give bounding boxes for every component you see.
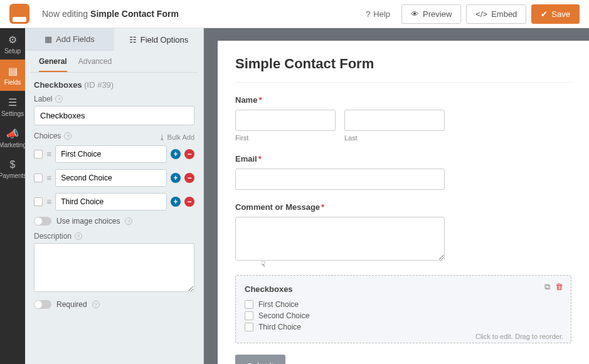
email-label: Email — [235, 154, 257, 164]
embed-label: Embed — [491, 9, 517, 19]
rail-fields-label: Fields — [4, 79, 21, 86]
section-title: Checkboxes — [34, 80, 82, 90]
drag-handle-icon[interactable]: ≡ — [46, 149, 51, 159]
image-choices-label: Use image choices — [56, 217, 120, 226]
choice-checkbox[interactable] — [34, 150, 43, 159]
tab-add-fields[interactable]: ▦Add Fields — [25, 28, 114, 51]
rail-settings[interactable]: ☰Settings — [0, 91, 25, 122]
choice-row: ≡ + − — [34, 193, 194, 211]
rail-settings-label: Settings — [1, 110, 24, 117]
add-choice-button[interactable]: + — [171, 197, 181, 207]
checkboxes-label: Checkboxes — [245, 284, 562, 294]
save-button[interactable]: ✔ Save — [531, 4, 580, 24]
preview-button[interactable]: 👁 Preview — [401, 4, 461, 24]
rail-setup-label: Setup — [4, 48, 21, 55]
plus-grid-icon: ▦ — [45, 34, 52, 44]
choice-input[interactable] — [55, 145, 167, 163]
checkbox-icon — [245, 311, 253, 320]
add-choice-button[interactable]: + — [171, 149, 181, 159]
subtab-general[interactable]: General — [39, 57, 67, 72]
form-title: Simple Contact Form — [235, 56, 571, 83]
remove-choice-button[interactable]: − — [184, 173, 194, 183]
add-choice-button[interactable]: + — [171, 173, 181, 183]
editing-label: Now editing Simple Contact Form — [42, 9, 179, 19]
choice-checkbox[interactable] — [34, 197, 43, 206]
label-input[interactable] — [34, 106, 194, 125]
required-toggle[interactable] — [34, 300, 51, 309]
form-preview: Simple Contact Form Name* First Last Ema… — [218, 41, 589, 364]
required-asterisk: * — [258, 95, 262, 105]
trash-icon[interactable]: 🗑 — [555, 282, 563, 292]
eye-icon: 👁 — [411, 9, 419, 19]
sliders-icon: ☰ — [8, 96, 17, 108]
field-email[interactable]: Email* — [235, 154, 571, 190]
help-icon[interactable]: ? — [75, 232, 82, 240]
remove-choice-button[interactable]: − — [184, 197, 194, 207]
rail-payments[interactable]: $Payments — [0, 153, 25, 185]
field-checkboxes-selected[interactable]: ⧉ 🗑 Checkboxes First Choice Second Choic… — [235, 275, 571, 343]
preview-choice: Third Choice — [245, 323, 562, 331]
email-input[interactable] — [235, 169, 445, 190]
tab-field-options-label: Field Options — [141, 35, 189, 44]
help-icon[interactable]: ? — [92, 301, 100, 308]
rail-fields[interactable]: ▤Fields — [0, 60, 25, 91]
first-sublabel: First — [235, 134, 336, 142]
description-label: Description? — [34, 232, 194, 241]
sidebar: ▦Add Fields ☷Field Options General Advan… — [25, 28, 204, 364]
comment-textarea[interactable] — [235, 217, 445, 261]
choice-checkbox[interactable] — [34, 174, 43, 182]
field-comment[interactable]: Comment or Message* — [235, 202, 571, 263]
choice-row: ≡ + − — [34, 145, 194, 163]
embed-button[interactable]: </> Embed — [466, 4, 526, 24]
help-button[interactable]: ? Help — [359, 6, 396, 23]
help-label: Help — [373, 9, 390, 19]
comment-label: Comment or Message — [235, 202, 320, 212]
app-logo — [9, 4, 29, 24]
help-icon[interactable]: ? — [125, 217, 132, 225]
code-icon: </> — [475, 9, 487, 19]
preview-label: Preview — [423, 9, 452, 19]
field-name[interactable]: Name* First Last — [235, 95, 571, 142]
help-icon[interactable]: ? — [64, 132, 72, 140]
description-textarea[interactable] — [34, 243, 194, 292]
last-name-input[interactable] — [344, 110, 445, 131]
save-label: Save — [551, 9, 570, 19]
section-id: (ID #39) — [84, 80, 114, 90]
choice-row: ≡ + − — [34, 169, 194, 187]
preview-choice: Second Choice — [245, 311, 562, 320]
rail-marketing-label: Marketing — [0, 142, 26, 148]
bullhorn-icon: 📣 — [6, 128, 19, 140]
choice-input[interactable] — [55, 193, 167, 211]
gear-icon: ⚙ — [8, 34, 17, 46]
submit-button[interactable]: Submit — [235, 355, 285, 364]
choices-label: Choices? — [34, 132, 72, 140]
first-name-input[interactable] — [235, 110, 336, 131]
rail-setup[interactable]: ⚙Setup — [0, 28, 25, 60]
check-icon: ✔ — [541, 9, 548, 19]
help-icon: ? — [366, 9, 370, 19]
duplicate-icon[interactable]: ⧉ — [544, 282, 550, 292]
required-asterisk: * — [321, 202, 324, 212]
editing-prefix: Now editing — [42, 9, 88, 19]
required-asterisk: * — [258, 154, 262, 164]
label-label: Label? — [34, 95, 194, 103]
remove-choice-button[interactable]: − — [184, 149, 194, 159]
section-heading: Checkboxes (ID #39) — [34, 80, 194, 90]
choice-input[interactable] — [55, 169, 167, 187]
image-choices-toggle[interactable] — [34, 217, 51, 226]
tab-add-fields-label: Add Fields — [56, 34, 94, 44]
cursor-icon: ☟ — [261, 260, 265, 269]
help-icon[interactable]: ? — [55, 95, 63, 103]
left-rail: ⚙Setup ▤Fields ☰Settings 📣Marketing $Pay… — [0, 28, 25, 364]
bulk-add-link[interactable]: ⭳ Bulk Add — [159, 133, 194, 141]
name-label: Name — [235, 95, 257, 105]
required-label: Required — [56, 300, 87, 309]
subtab-advanced[interactable]: Advanced — [78, 57, 112, 72]
rail-marketing[interactable]: 📣Marketing — [0, 122, 25, 153]
checkbox-icon — [245, 300, 253, 309]
drag-handle-icon[interactable]: ≡ — [46, 197, 51, 207]
preview-choice: First Choice — [245, 300, 562, 309]
drag-handle-icon[interactable]: ≡ — [46, 173, 51, 183]
tab-field-options[interactable]: ☷Field Options — [114, 28, 203, 51]
download-icon: ⭳ — [159, 133, 166, 141]
